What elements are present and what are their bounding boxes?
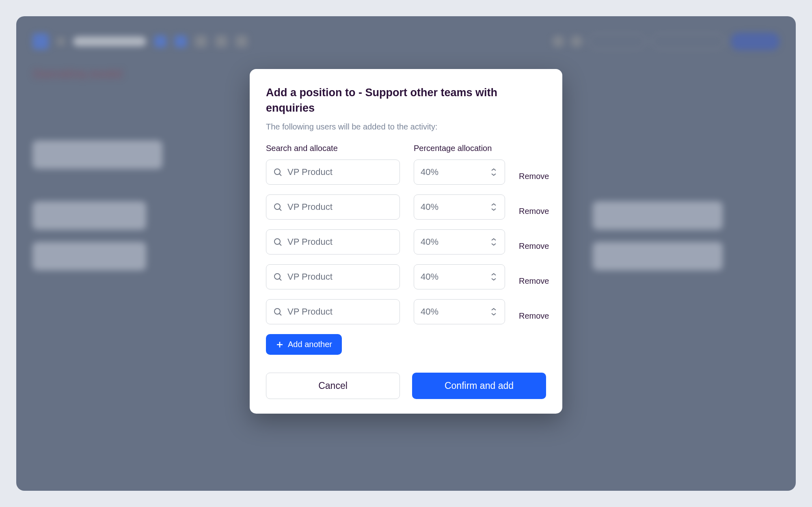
remove-button[interactable]: Remove <box>519 276 549 286</box>
search-input-wrapper[interactable] <box>266 160 400 185</box>
svg-point-4 <box>274 239 280 244</box>
search-icon <box>273 167 283 177</box>
percentage-input[interactable]: 40% <box>414 299 505 324</box>
percentage-input[interactable]: 40% <box>414 229 505 255</box>
svg-line-5 <box>279 244 281 246</box>
column-headers: Search and allocate Percentage allocatio… <box>266 144 546 153</box>
stepper-icon[interactable] <box>491 272 498 282</box>
remove-button[interactable]: Remove <box>519 172 549 181</box>
search-icon <box>273 272 283 282</box>
search-icon <box>273 307 283 317</box>
svg-line-3 <box>279 209 281 211</box>
percentage-value: 40% <box>421 272 438 282</box>
confirm-button[interactable]: Confirm and add <box>412 373 546 399</box>
search-input[interactable] <box>287 272 393 282</box>
svg-point-2 <box>274 204 280 209</box>
remove-button[interactable]: Remove <box>519 311 549 321</box>
percentage-value: 40% <box>421 167 438 177</box>
allocation-row: 40% Remove <box>266 194 546 220</box>
allocation-row: 40% Remove <box>266 229 546 255</box>
search-icon <box>273 237 283 247</box>
search-column-header: Search and allocate <box>266 144 400 153</box>
svg-point-6 <box>274 274 280 279</box>
svg-point-8 <box>274 309 280 314</box>
percentage-column-header: Percentage allocation <box>414 144 505 153</box>
search-input-wrapper[interactable] <box>266 194 400 220</box>
allocation-row: 40% Remove <box>266 299 546 324</box>
modal-overlay: Add a position to - Support other teams … <box>8 8 804 499</box>
cancel-button[interactable]: Cancel <box>266 373 400 399</box>
percentage-value: 40% <box>421 202 438 212</box>
search-input[interactable] <box>287 167 393 177</box>
percentage-input[interactable]: 40% <box>414 264 505 289</box>
add-position-modal: Add a position to - Support other teams … <box>250 69 562 414</box>
search-input-wrapper[interactable] <box>266 229 400 255</box>
search-input-wrapper[interactable] <box>266 299 400 324</box>
add-another-label: Add another <box>288 340 332 349</box>
app-frame: Operating model Add a position to - Supp… <box>8 8 804 499</box>
modal-subtitle: The following users will be added to the… <box>266 122 546 132</box>
svg-line-1 <box>279 174 281 176</box>
svg-line-7 <box>279 278 281 280</box>
svg-point-0 <box>274 169 280 175</box>
search-icon <box>273 202 283 212</box>
remove-button[interactable]: Remove <box>519 207 549 216</box>
percentage-input[interactable]: 40% <box>414 194 505 220</box>
allocation-row: 40% Remove <box>266 264 546 289</box>
percentage-value: 40% <box>421 306 438 317</box>
add-another-button[interactable]: Add another <box>266 334 342 355</box>
modal-footer: Cancel Confirm and add <box>266 373 546 399</box>
percentage-input[interactable]: 40% <box>414 160 505 185</box>
plus-icon <box>276 341 284 349</box>
remove-button[interactable]: Remove <box>519 242 549 251</box>
stepper-icon[interactable] <box>491 237 498 247</box>
stepper-icon[interactable] <box>491 306 498 317</box>
search-input[interactable] <box>287 306 393 317</box>
percentage-value: 40% <box>421 237 438 247</box>
search-input[interactable] <box>287 202 393 212</box>
allocation-row: 40% Remove <box>266 160 546 185</box>
stepper-icon[interactable] <box>491 167 498 177</box>
svg-line-9 <box>279 313 281 315</box>
modal-title: Add a position to - Support other teams … <box>266 85 546 116</box>
stepper-icon[interactable] <box>491 202 498 212</box>
search-input-wrapper[interactable] <box>266 264 400 289</box>
search-input[interactable] <box>287 237 393 247</box>
